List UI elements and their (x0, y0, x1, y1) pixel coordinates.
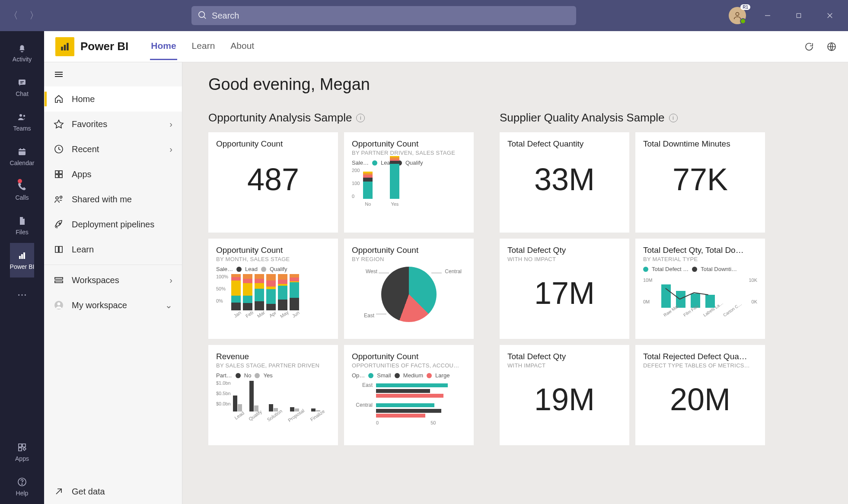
svg-rect-43 (55, 281, 63, 283)
rail-apps[interactable]: Apps (0, 435, 44, 469)
sidebar-item-label: Home (72, 94, 95, 104)
close-button[interactable] (820, 6, 839, 25)
tile-value: 487 (216, 162, 330, 197)
chevron-right-icon: › (169, 275, 172, 285)
svg-point-11 (23, 115, 25, 117)
svg-rect-25 (61, 47, 63, 51)
svg-point-40 (59, 223, 61, 224)
rail-calls[interactable]: Calls (10, 174, 35, 208)
refresh-icon[interactable] (804, 41, 814, 52)
rail-help[interactable]: Help (0, 469, 44, 504)
share-icon (54, 194, 64, 204)
tile[interactable]: Total Downtime Minutes77K (635, 132, 765, 233)
sidebar-item-home[interactable]: Home (44, 86, 182, 112)
rail-power-bi[interactable]: Power BI (10, 243, 35, 278)
svg-line-1 (204, 17, 206, 19)
search-box[interactable] (191, 6, 576, 25)
maximize-button[interactable] (789, 6, 808, 25)
tile[interactable]: Opportunity CountOPPORTUNITIES OF FACTS,… (344, 345, 474, 445)
tile-chart: $1.0bn$0.5bn$0.0bnLeadQualifySolutionPro… (216, 379, 330, 438)
topnav: Power BI HomeLearnAbout (44, 31, 848, 62)
info-icon[interactable]: i (669, 114, 678, 122)
tile[interactable]: Opportunity CountBY REGIONWestCentralEas… (344, 239, 474, 339)
rail-activity[interactable]: Activity (10, 35, 35, 70)
search-input[interactable] (212, 11, 570, 21)
sidebar-item-recent[interactable]: Recent› (44, 137, 182, 162)
sidebar-item-label: Workspaces (72, 275, 119, 285)
tile-subtitle: DEFECT TYPE TABLES OF METRICS… (643, 362, 757, 369)
tab-about[interactable]: About (230, 33, 255, 60)
tile-value: 33M (507, 162, 622, 197)
rail-chat[interactable]: Chat (10, 70, 35, 105)
svg-rect-37 (59, 175, 62, 178)
info-icon[interactable]: i (356, 114, 365, 122)
tile-title: Total Defect Qty, Total Do… (643, 246, 757, 255)
rail-files[interactable]: Files (10, 208, 35, 243)
svg-rect-19 (19, 444, 22, 447)
powerbi-icon (17, 250, 27, 261)
sidebar-item-learn[interactable]: Learn (44, 237, 182, 262)
tile-subtitle: BY MONTH, SALES STAGE (216, 256, 330, 262)
rail-more[interactable]: ⋯ (0, 278, 44, 312)
tile-title: Total Defect Qty (507, 246, 622, 255)
svg-line-46 (56, 489, 61, 494)
sidebar-item-my-workspace[interactable]: My workspace⌄ (44, 293, 182, 318)
sidebar-item-workspaces[interactable]: Workspaces› (44, 268, 182, 293)
tile[interactable]: Total Defect Quantity33M (500, 132, 629, 233)
svg-rect-7 (19, 80, 26, 85)
section-title: Opportunity Analysis Sample (208, 111, 352, 124)
svg-rect-34 (55, 171, 58, 174)
tile[interactable]: RevenueBY SALES STAGE, PARTNER DRIVENPar… (208, 345, 338, 445)
grid-icon (54, 169, 64, 179)
star-icon (54, 119, 64, 129)
tile[interactable]: Total Defect Qty, Total Do…BY MATERIAL T… (635, 239, 765, 339)
tile-chart: 10M0M10K0KRaw Mat…Film FilmLabels La…Car… (643, 272, 757, 332)
nav-back-icon[interactable]: 〈 (9, 9, 18, 22)
tile-subtitle: BY MATERIAL TYPE (643, 256, 757, 262)
tile-value: 19M (507, 382, 622, 417)
svg-rect-16 (19, 256, 21, 259)
globe-icon[interactable] (826, 41, 837, 52)
tile-subtitle: OPPORTUNITIES OF FACTS, ACCOU… (352, 362, 466, 369)
tile-chart: 2001000NoYes (352, 166, 466, 226)
tile[interactable]: Opportunity CountBY PARTNER DRIVEN, SALE… (344, 132, 474, 233)
minimize-button[interactable] (758, 6, 777, 25)
svg-point-45 (57, 303, 61, 306)
tile-title: Opportunity Count (352, 139, 466, 149)
rail-teams[interactable]: Teams (10, 105, 35, 139)
tile-title: Opportunity Count (216, 246, 330, 255)
tile[interactable]: Total Defect QtyWITH IMPACT19M (500, 345, 629, 445)
avatar[interactable]: R1 (729, 7, 746, 24)
tile[interactable]: Opportunity Count487 (208, 132, 338, 233)
tile-title: Total Defect Quantity (507, 139, 622, 149)
tile-title: Revenue (216, 352, 330, 361)
tile[interactable]: Opportunity CountBY MONTH, SALES STAGESa… (208, 239, 338, 339)
nav-forward-icon[interactable]: 〉 (29, 9, 39, 22)
sidebar-item-shared-with-me[interactable]: Shared with me (44, 187, 182, 212)
sidebar-get-data[interactable]: Get data (44, 479, 182, 504)
rail-calendar[interactable]: Calendar (10, 139, 35, 174)
sidebar-item-favorites[interactable]: Favorites› (44, 112, 182, 137)
tab-home[interactable]: Home (150, 33, 177, 60)
tile-title: Total Downtime Minutes (643, 139, 757, 149)
section-title: Supplier Quality Analysis Sample (500, 111, 665, 124)
tile-subtitle: BY SALES STAGE, PARTNER DRIVEN (216, 362, 330, 369)
tile-chart: 100%50%0%JanFebMarAprMayJun (216, 272, 330, 332)
hamburger-button[interactable] (44, 62, 182, 86)
tab-learn[interactable]: Learn (191, 33, 216, 60)
tile-title: Opportunity Count (216, 139, 330, 149)
titlebar: 〈 〉 R1 (0, 0, 848, 31)
sidebar-item-deployment-pipelines[interactable]: Deployment pipelines (44, 212, 182, 237)
tile-subtitle: WITH IMPACT (507, 362, 622, 369)
tile-chart: WestCentralEast (352, 262, 466, 332)
svg-rect-22 (23, 447, 26, 450)
svg-rect-4 (797, 13, 800, 17)
sidebar-item-apps[interactable]: Apps (44, 162, 182, 187)
svg-point-10 (19, 114, 22, 117)
tile[interactable]: Total Defect QtyWITH NO IMPACT17M (500, 239, 629, 339)
tile-value: 17M (507, 275, 622, 311)
tile[interactable]: Total Rejected Defect Qua…DEFECT TYPE TA… (635, 345, 765, 445)
svg-rect-27 (67, 43, 68, 50)
book-icon (54, 244, 64, 255)
tile-subtitle: WITH NO IMPACT (507, 256, 622, 262)
